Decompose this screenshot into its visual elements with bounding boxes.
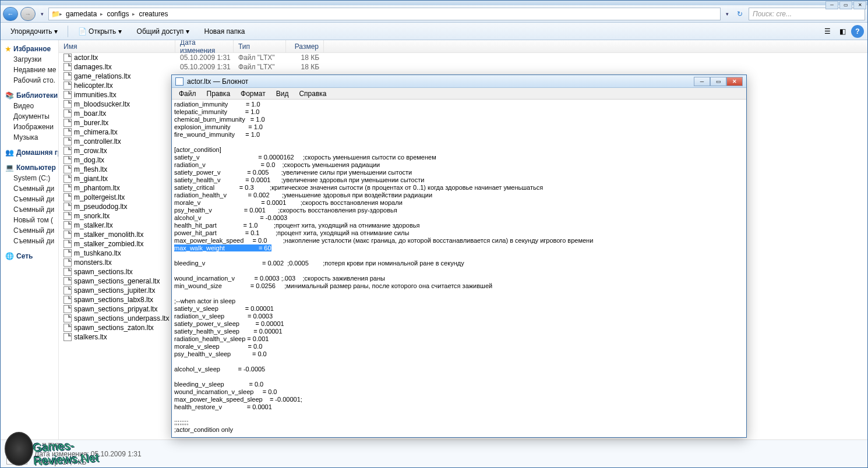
file-icon: [63, 137, 72, 146]
file-icon: [63, 147, 72, 155]
file-icon: [63, 165, 72, 173]
file-row[interactable]: damages.ltx05.10.2009 1:31Файл "LTX"18 К…: [59, 62, 867, 72]
file-icon: [63, 91, 72, 99]
file-name: spawn_sections_underpass.ltx: [74, 314, 169, 322]
sidebar-item-pictures[interactable]: Изображени: [3, 122, 56, 132]
menu-file[interactable]: Файл: [174, 89, 201, 98]
sidebar-item-drive[interactable]: Съемный ди: [3, 194, 56, 204]
preview-pane-icon[interactable]: ◧: [836, 25, 849, 38]
homegroup-header[interactable]: 👥 Домашняя гру: [3, 147, 56, 158]
file-name: m_poltergeist.ltx: [74, 193, 125, 201]
explorer-minimize[interactable]: ─: [825, 1, 838, 9]
notepad-text-area[interactable]: radiation_immunity = 1.0 telepatic_immun…: [172, 100, 746, 437]
notepad-titlebar[interactable]: actor.ltx — Блокнот ─ ▭ ✕: [172, 75, 746, 88]
sidebar-item-drive[interactable]: Съемный ди: [3, 183, 56, 194]
file-name: helicopter.ltx: [74, 81, 113, 90]
nav-history-button[interactable]: ▾: [38, 8, 46, 20]
sidebar-item-drive[interactable]: System (C:): [3, 173, 56, 183]
sidebar-item-desktop[interactable]: Рабочий сто.: [3, 75, 56, 86]
file-name: m_tushkano.ltx: [74, 249, 121, 257]
sidebar-item-drive[interactable]: Съемный ди: [3, 236, 56, 246]
col-name[interactable]: Имя: [59, 40, 175, 52]
menu-format[interactable]: Формат: [236, 89, 270, 98]
file-icon: [63, 231, 72, 239]
open-button[interactable]: 📄 Открыть ▾: [72, 25, 128, 38]
file-icon: [63, 277, 72, 285]
file-name: game_relations.ltx: [74, 72, 130, 80]
file-name: m_crow.ltx: [74, 147, 107, 155]
nav-forward-button[interactable]: →: [20, 7, 36, 21]
sidebar-item-documents[interactable]: Документы: [3, 111, 56, 122]
file-date: 05.10.2009 1:31: [175, 54, 234, 62]
text-selection: max_walk_weight = 60: [174, 244, 271, 251]
file-name: m_stalker_monolith.ltx: [74, 231, 143, 239]
notepad-menu: Файл Правка Формат Вид Справка: [172, 88, 746, 100]
file-name: stalkers.ltx: [74, 333, 107, 341]
file-row[interactable]: actor.ltx05.10.2009 1:31Файл "LTX"18 КБ: [59, 53, 867, 62]
file-name: m_snork.ltx: [74, 212, 110, 220]
file-icon: [63, 212, 72, 220]
breadcrumb[interactable]: 📁 ▸ gamedata ▸ configs ▸ creatures: [48, 8, 721, 20]
sidebar-item-recent[interactable]: Недавние ме: [3, 65, 56, 75]
file-name: m_flesh.ltx: [74, 165, 107, 173]
file-icon: [63, 193, 72, 201]
share-button[interactable]: Общий доступ ▾: [130, 25, 196, 38]
organize-button[interactable]: Упорядочить ▾: [4, 25, 64, 38]
refresh-button[interactable]: ↻: [733, 8, 746, 20]
file-name: spawn_sections_pripyat.ltx: [74, 305, 157, 313]
sidebar-item-videos[interactable]: Видео: [3, 101, 56, 111]
col-type[interactable]: Тип: [234, 40, 286, 52]
sidebar-item-downloads[interactable]: Загрузки: [3, 54, 56, 65]
file-icon: [63, 240, 72, 248]
notepad-close[interactable]: ✕: [726, 77, 743, 86]
file-name: m_phantom.ltx: [74, 184, 120, 192]
status-line-1: ... "LTX": [34, 442, 142, 450]
column-headers: Имя Дата изменения Тип Размер: [59, 40, 867, 53]
explorer-maximize[interactable]: ▭: [839, 1, 852, 9]
menu-view[interactable]: Вид: [271, 89, 294, 98]
col-size[interactable]: Размер: [286, 40, 324, 52]
file-icon: [63, 109, 72, 118]
network-header[interactable]: 🌐 Сеть: [3, 251, 56, 261]
libraries-header[interactable]: 📚 Библиотеки: [3, 90, 56, 101]
file-name: actor.ltx: [74, 54, 98, 62]
menu-edit[interactable]: Правка: [202, 89, 235, 98]
toolbar: Упорядочить ▾ 📄 Открыть ▾ Общий доступ ▾…: [1, 23, 867, 40]
help-button[interactable]: ?: [851, 25, 864, 38]
sidebar-item-drive[interactable]: Новый том (: [3, 215, 56, 225]
favorites-header[interactable]: ★Избранное: [3, 44, 56, 54]
file-icon: [63, 258, 72, 267]
file-icon: [63, 72, 72, 80]
new-folder-button[interactable]: Новая папка: [198, 25, 252, 38]
file-type: Файл "LTX": [234, 54, 286, 62]
notepad-maximize[interactable]: ▭: [710, 77, 726, 86]
file-name: m_dog.ltx: [74, 156, 104, 164]
file-icon: [63, 296, 72, 304]
sidebar-item-music[interactable]: Музыка: [3, 132, 56, 143]
file-name: immunities.ltx: [74, 91, 117, 99]
file-size: 18 КБ: [286, 54, 324, 62]
breadcrumb-item[interactable]: configs: [104, 10, 131, 18]
explorer-titlebar[interactable]: ─ ▭ ✕: [1, 1, 867, 5]
notepad-title: actor.ltx — Блокнот: [187, 77, 690, 86]
file-icon: [63, 305, 72, 313]
breadcrumb-item[interactable]: creatures: [136, 10, 170, 18]
sidebar-item-drive[interactable]: Съемный ди: [3, 204, 56, 215]
explorer-close[interactable]: ✕: [853, 1, 866, 9]
computer-header[interactable]: 💻 Компьютер: [3, 162, 56, 173]
file-name: m_stalker_zombied.ltx: [74, 240, 143, 248]
breadcrumb-dropdown[interactable]: ▾: [723, 8, 731, 20]
sidebar-item-drive[interactable]: Съемный ди: [3, 225, 56, 236]
file-icon: [63, 175, 72, 183]
file-name: spawn_sections.ltx: [74, 268, 133, 276]
file-name: spawn_sections_labx8.ltx: [74, 296, 153, 304]
notepad-minimize[interactable]: ─: [694, 77, 710, 86]
file-icon: [63, 100, 72, 108]
nav-back-button[interactable]: ←: [3, 7, 18, 21]
col-date[interactable]: Дата изменения: [175, 40, 234, 52]
menu-help[interactable]: Справка: [294, 89, 331, 98]
file-name: m_chimera.ltx: [74, 128, 118, 136]
view-options-icon[interactable]: ☰: [821, 25, 834, 38]
breadcrumb-item[interactable]: gamedata: [63, 10, 99, 18]
file-name: spawn_sections_general.ltx: [74, 277, 160, 285]
